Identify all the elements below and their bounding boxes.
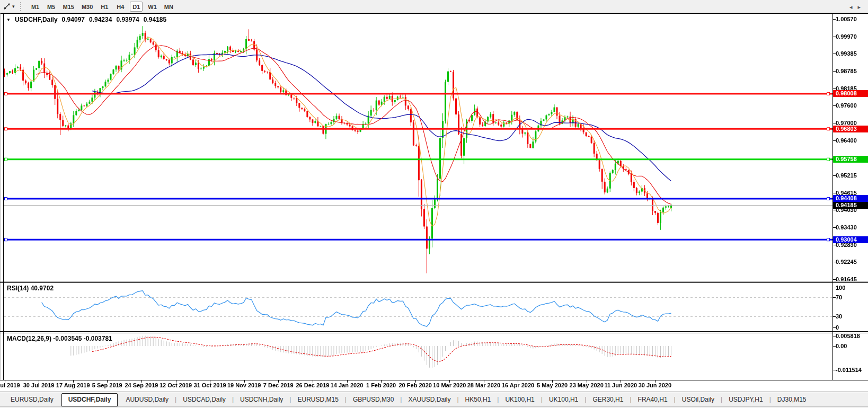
tab-scroll-left-button[interactable]: ◂ — [849, 4, 853, 11]
price-axis-label: 0.99970 — [836, 33, 857, 40]
rsi-axis-label: 70 — [836, 294, 842, 300]
price-axis-label: 0.95215 — [836, 172, 857, 179]
chevron-down-icon[interactable]: ▾ — [12, 4, 15, 9]
tab-eurusd-m15[interactable]: EURUSD,M15 — [291, 393, 344, 406]
macd-indicator-label: MACD(12,26,9) -0.003545 -0.003781 — [7, 335, 112, 342]
chart-title: ▼ USDCHF,Daily 0.94097 0.94234 0.93974 0… — [6, 16, 166, 23]
price-level-badge: 0.93004 — [833, 236, 868, 243]
tab-eurusd-daily[interactable]: EURUSD,Daily — [4, 393, 60, 406]
tab-scroll-controls: ◂ ▸ — [849, 4, 861, 11]
tab-usdjpy-h1[interactable]: USDJPY,H1 — [722, 393, 769, 406]
ohlc-low: 0.93974 — [116, 16, 139, 23]
chart-tabs: EURUSD,DailyUSDCHF,DailyAUDUSD,Daily|USD… — [4, 392, 813, 406]
ohlc-high: 0.94234 — [89, 16, 112, 23]
timeframe-button-m1[interactable]: M1 — [29, 2, 42, 12]
collapse-icon[interactable]: ▼ — [6, 17, 11, 22]
timeframe-button-h4[interactable]: H4 — [114, 2, 127, 12]
chart-tab-bar: EURUSD,DailyUSDCHF,DailyAUDUSD,Daily|USD… — [0, 392, 868, 406]
timeframe-toolbar: ▾ M1M5M15M30H1H4D1W1MN — [0, 0, 868, 13]
price-level-badge: 0.98008 — [833, 90, 868, 97]
timeframe-button-w1[interactable]: W1 — [146, 2, 159, 12]
price-level-badge: 0.94408 — [833, 195, 868, 202]
tab-uk100-h1[interactable]: UK100,H1 — [499, 393, 541, 406]
tab-hk50-h1[interactable]: HK50,H1 — [459, 393, 498, 406]
date-axis-label: 30 Jun 2020 — [631, 382, 679, 388]
ohlc-close: 0.94185 — [144, 16, 166, 23]
rsi-axis-label: 0 — [836, 324, 839, 331]
price-axis-label: 0.99385 — [836, 50, 857, 57]
tab-audusd-daily[interactable]: AUDUSD,Daily — [119, 393, 175, 406]
price-axis-label: 1.00570 — [836, 16, 857, 22]
price-axis-label: 0.93430 — [836, 224, 857, 230]
price-level-badge: 0.96803 — [833, 126, 868, 132]
tab-usdcnh-daily[interactable]: USDCNH,Daily — [234, 393, 289, 406]
tab-scroll-right-button[interactable]: ▸ — [857, 4, 861, 11]
macd-axis-label: 0.00 — [836, 343, 847, 349]
trading-platform-window: ▾ M1M5M15M30H1H4D1W1MN ▼ USDCHF,Daily 0.… — [0, 0, 868, 408]
macd-axis-label: 0.005818 — [836, 333, 860, 339]
timeframe-button-m30[interactable]: M30 — [79, 2, 95, 12]
rsi-axis-label: 100 — [836, 285, 845, 291]
tab-uk100-h1[interactable]: UK100,H1 — [543, 393, 584, 406]
timeframe-buttons: M1M5M15M30H1H4D1W1MN — [28, 2, 177, 12]
rsi-axis-label: 30 — [836, 313, 842, 320]
tab-usdchf-daily[interactable]: USDCHF,Daily — [61, 393, 118, 406]
price-axis-label: 0.97600 — [836, 102, 857, 109]
timeframe-button-m15[interactable]: M15 — [61, 2, 76, 12]
ohlc-open: 0.94097 — [62, 16, 85, 23]
price-axis-label: 0.98785 — [836, 68, 857, 74]
toolbar-grip[interactable] — [20, 2, 22, 11]
timeframe-button-d1[interactable]: D1 — [130, 2, 143, 12]
price-level-badge: 0.95758 — [833, 156, 868, 163]
price-axis-label: 0.96400 — [836, 137, 857, 144]
tab-gbpusd-m30[interactable]: GBPUSD,M30 — [347, 393, 400, 406]
rsi-indicator-label: RSI(14) 40.9702 — [7, 285, 54, 292]
tab-dj30-m15[interactable]: DJ30,M15 — [771, 393, 813, 406]
timeframe-button-h1[interactable]: H1 — [98, 2, 111, 12]
price-axis-label: 0.92245 — [836, 259, 857, 265]
cursor-tool-icon[interactable] — [2, 2, 12, 11]
tab-ger30-h1[interactable]: GER30,H1 — [586, 393, 630, 406]
price-axis-label: 0.91645 — [836, 276, 857, 282]
timeframe-button-m5[interactable]: M5 — [45, 2, 58, 12]
chart-symbol-period: USDCHF,Daily — [15, 16, 58, 23]
timeframe-button-mn[interactable]: MN — [162, 2, 175, 12]
macd-axis-label: -0.011514 — [836, 367, 862, 373]
tab-xauusd-daily[interactable]: XAUUSD,Daily — [402, 393, 457, 406]
tab-usdcad-daily[interactable]: USDCAD,Daily — [176, 393, 232, 406]
bid-price-badge: 0.94185 — [833, 202, 868, 209]
tab-fra40-h1[interactable]: FRA40,H1 — [632, 393, 674, 406]
chart-canvas[interactable] — [0, 0, 868, 408]
tab-usoil-daily[interactable]: USOil,Daily — [676, 393, 721, 406]
